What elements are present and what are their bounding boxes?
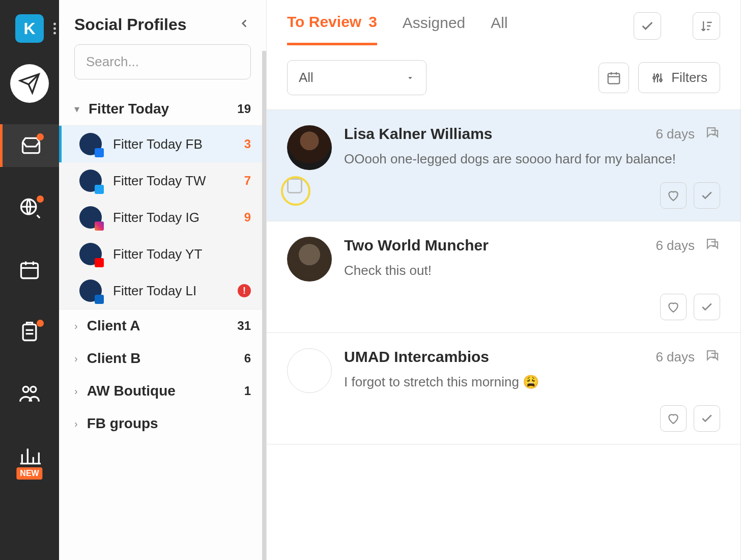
- nav-inbox[interactable]: [0, 124, 59, 167]
- new-badge: NEW: [16, 467, 42, 480]
- nav-calendar[interactable]: [0, 248, 59, 291]
- tab-all[interactable]: All: [491, 14, 507, 44]
- tab-label: Assigned: [403, 14, 465, 32]
- like-button[interactable]: [660, 294, 687, 320]
- tab-label: To Review: [287, 13, 361, 31]
- heart-icon: [667, 412, 680, 425]
- dropdown-value: All: [299, 70, 314, 86]
- select-checkbox[interactable]: [287, 178, 302, 193]
- profile-count: 3: [244, 137, 251, 151]
- notification-dot: [37, 195, 44, 203]
- check-icon: [700, 412, 714, 425]
- main-panel: To Review 3 Assigned All All: [267, 0, 741, 560]
- svg-point-8: [660, 79, 662, 81]
- tab-to-review[interactable]: To Review 3: [287, 13, 377, 45]
- tabs: To Review 3 Assigned All: [267, 0, 740, 46]
- tab-assigned[interactable]: Assigned: [403, 14, 465, 44]
- like-button[interactable]: [660, 182, 687, 209]
- svg-point-3: [23, 386, 28, 392]
- nav-analytics[interactable]: NEW: [0, 435, 59, 478]
- team-icon: [18, 383, 41, 405]
- sort-button[interactable]: [693, 12, 720, 40]
- collapse-panel-button[interactable]: [238, 16, 251, 34]
- paper-plane-icon: [18, 72, 41, 95]
- profile-avatar: [79, 243, 102, 265]
- mark-reviewed-button[interactable]: [694, 405, 720, 432]
- profile-name: Fitter Today LI: [113, 283, 226, 299]
- like-button[interactable]: [660, 405, 687, 432]
- group-name: FB groups: [87, 415, 242, 432]
- profile-avatar: [79, 206, 102, 229]
- scrollbar[interactable]: [262, 51, 266, 560]
- message-time: 6 days: [656, 349, 695, 365]
- author-name: Two World Muncher: [344, 237, 645, 254]
- group-name: Client B: [87, 350, 235, 367]
- message-list: Lisa Kalner Williams 6 days OOooh one-le…: [267, 110, 740, 560]
- group-count: 6: [244, 351, 251, 366]
- group-name: AW Boutique: [87, 383, 235, 399]
- mark-reviewed-button[interactable]: [694, 182, 720, 209]
- profile-name: Fitter Today YT: [113, 246, 240, 262]
- message-card[interactable]: UMAD Intercambios 6 days I forgot to str…: [267, 333, 740, 444]
- group-name: Fitter Today: [89, 101, 228, 117]
- group-name: Client A: [87, 318, 229, 334]
- li-icon: [95, 295, 104, 304]
- chevron-right-icon: ›: [74, 385, 78, 397]
- filters-label: Filters: [671, 70, 707, 86]
- svg-point-6: [653, 76, 656, 78]
- profile-item[interactable]: Fitter Today FB3: [59, 126, 266, 162]
- profile-count: 9: [244, 210, 251, 225]
- brand-logo[interactable]: K: [15, 14, 44, 43]
- svg-point-7: [657, 74, 659, 76]
- yt-icon: [95, 258, 104, 267]
- profile-group[interactable]: ▾ Fitter Today 19: [74, 93, 251, 125]
- nav-compose[interactable]: [0, 62, 59, 105]
- nav-tasks[interactable]: [0, 311, 59, 353]
- profile-group[interactable]: › Client B 6: [74, 342, 251, 375]
- profile-group[interactable]: › Client A 31: [74, 310, 251, 342]
- author-avatar: [287, 348, 332, 393]
- chevron-right-icon: ›: [74, 418, 78, 430]
- analytics-icon: [18, 445, 41, 467]
- ig-icon: [95, 221, 104, 231]
- comment-icon: [705, 348, 720, 366]
- message-card[interactable]: Lisa Kalner Williams 6 days OOooh one-le…: [267, 110, 740, 221]
- profile-item[interactable]: Fitter Today IG9: [59, 199, 266, 236]
- nav-discover[interactable]: [0, 186, 59, 229]
- profile-item[interactable]: Fitter Today TW7: [59, 162, 266, 199]
- nav-team[interactable]: [0, 373, 59, 415]
- tab-label: All: [491, 14, 507, 32]
- date-filter-button[interactable]: [598, 63, 629, 93]
- profile-group[interactable]: › FB groups: [74, 407, 251, 440]
- message-card[interactable]: Two World Muncher 6 days Check this out!: [267, 221, 740, 333]
- comment-icon: [705, 125, 720, 143]
- author-avatar: [287, 125, 332, 170]
- search-input[interactable]: Search...: [74, 44, 251, 79]
- filters-button[interactable]: Filters: [638, 62, 720, 93]
- fb-icon: [95, 148, 104, 157]
- group-count: 31: [237, 319, 251, 333]
- chevron-right-icon: ›: [74, 320, 78, 332]
- profile-item[interactable]: Fitter Today YT: [59, 236, 266, 272]
- search-placeholder: Search...: [86, 54, 139, 69]
- chevron-down-icon: ▾: [74, 103, 79, 115]
- notification-dot: [37, 320, 44, 327]
- nav-rail: K NEW: [0, 0, 59, 560]
- check-icon: [640, 19, 654, 33]
- message-text: Check this out!: [344, 261, 720, 281]
- type-dropdown[interactable]: All: [287, 60, 426, 95]
- mark-reviewed-button[interactable]: [694, 294, 720, 320]
- author-avatar: [287, 237, 332, 282]
- profiles-panel: Social Profiles Search... ▾ Fitter Today…: [59, 0, 267, 560]
- profile-name: Fitter Today FB: [113, 136, 233, 152]
- svg-rect-5: [608, 73, 620, 83]
- more-icon[interactable]: [53, 23, 56, 35]
- check-icon: [700, 300, 714, 314]
- chevron-right-icon: ›: [74, 353, 78, 365]
- comment-icon: [705, 237, 720, 254]
- profile-group[interactable]: › AW Boutique 1: [74, 375, 251, 407]
- mark-all-button[interactable]: [634, 12, 661, 40]
- message-text: I forgot to stretch this morning 😩: [344, 373, 720, 392]
- profile-item[interactable]: Fitter Today LI!: [59, 272, 266, 309]
- check-icon: [700, 189, 714, 202]
